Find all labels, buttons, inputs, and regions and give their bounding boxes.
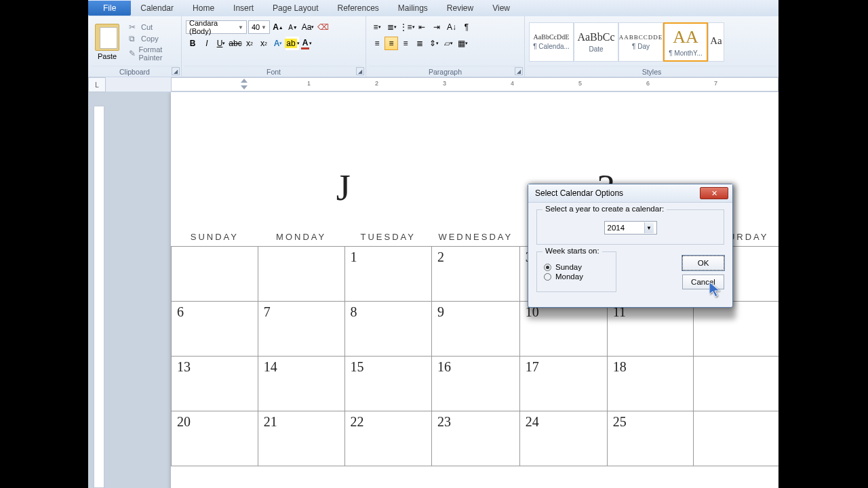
borders-button[interactable]: ▦▾ [456,37,469,50]
vertical-ruler[interactable] [94,106,104,488]
ribbon-tabs: File Calendar Home Insert Page Layout Re… [88,0,778,16]
tab-calendar[interactable]: Calendar [131,1,183,16]
radio-icon [544,264,551,271]
word-window: File Calendar Home Insert Page Layout Re… [88,0,778,488]
close-icon: ✕ [711,189,717,198]
paste-icon [95,24,119,51]
calendar-options-dialog: Select Calendar Options ✕ Select a year … [528,184,733,308]
decrease-indent-button[interactable]: ⇤ [415,20,429,34]
group-font: Candara (Body)▼ 40▼ A▲ A▼ Aa▾ ⌫ B I U▾ a… [182,16,366,77]
show-marks-button[interactable]: ¶ [460,20,473,34]
chevron-down-icon: ▼ [261,24,267,30]
bold-button[interactable]: B [186,37,199,50]
change-case-button[interactable]: Aa▾ [301,20,315,34]
style-gallery: AaBbCcDdE¶ Calenda... AaBbCcDate AABBCCD… [529,22,724,62]
align-center-button[interactable]: ≡ [384,37,398,50]
shading-button[interactable]: ▱▾ [441,37,455,50]
align-right-button[interactable]: ≡ [399,37,412,50]
day-header: TUESDAY [344,228,431,247]
cancel-button[interactable]: Cancel [682,274,724,289]
italic-button[interactable]: I [200,37,214,50]
group-styles: AaBbCcDdE¶ Calenda... AaBbCcDate AABBCCD… [525,16,778,77]
tab-review[interactable]: Review [437,1,483,16]
ok-button[interactable]: OK [682,256,724,270]
grow-font-button[interactable]: A▲ [271,20,285,34]
dialog-title: Select Calendar Options [535,188,623,198]
day-header: MONDAY [258,228,344,247]
horizontal-ruler[interactable]: 1 2 3 4 5 6 7 [171,77,778,92]
group-label: Clipboard [91,66,178,77]
chevron-down-icon: ▼ [644,222,654,233]
week-legend: Week starts on: [542,247,602,255]
day-header: SUNDAY [172,228,258,247]
week-fieldset: Week starts on: Sunday Monday [536,251,616,292]
day-header: WEDNESDAY [431,228,519,247]
style-item-selected[interactable]: AA¶ MonthY... [663,22,708,62]
group-label: Styles [528,66,776,77]
sort-button[interactable]: A↓ [445,20,458,34]
font-name-combo[interactable]: Candara (Body)▼ [186,20,247,34]
font-launcher[interactable]: ◢ [356,67,364,75]
brush-icon [129,49,136,58]
tab-file[interactable]: File [88,1,131,16]
highlight-button[interactable]: ab▾ [285,37,299,50]
tab-insert[interactable]: Insert [224,1,263,16]
tab-page-layout[interactable]: Page Layout [263,1,328,16]
numbering-button[interactable]: ≣▾ [385,20,399,34]
subscript-button[interactable]: x2 [243,37,256,50]
dialog-titlebar[interactable]: Select Calendar Options ✕ [528,184,732,203]
year-legend: Select a year to create a calendar: [542,205,667,213]
text-effects-button[interactable]: A▾ [271,37,285,50]
bullets-button[interactable]: ≡▾ [370,20,384,34]
scissors-icon [129,22,138,32]
tab-home[interactable]: Home [183,1,224,16]
ribbon: Paste Cut Copy Format Painter Clipboard … [88,16,778,77]
copy-button[interactable]: Copy [126,33,178,44]
close-button[interactable]: ✕ [700,187,728,199]
radio-icon [544,273,551,281]
group-label: Paragraph [369,66,521,77]
superscript-button[interactable]: x2 [257,37,271,50]
year-combo[interactable]: 2014 ▼ [604,221,657,235]
style-item[interactable]: AaBbCcDdE¶ Calenda... [529,22,574,62]
tab-view[interactable]: View [483,1,519,16]
chevron-down-icon: ▼ [238,24,243,30]
justify-button[interactable]: ≣ [413,37,427,50]
format-painter-button[interactable]: Format Painter [126,45,178,62]
style-item[interactable]: AaBbCcDate [574,22,618,62]
group-clipboard: Paste Cut Copy Format Painter Clipboard … [88,16,182,77]
radio-sunday[interactable]: Sunday [544,263,609,271]
paragraph-launcher[interactable]: ◢ [515,67,523,75]
align-left-button[interactable]: ≡ [370,37,384,50]
clear-formatting-button[interactable]: ⌫ [316,20,330,34]
clipboard-launcher[interactable]: ◢ [172,67,180,75]
indent-marker[interactable] [241,79,248,89]
font-color-button[interactable]: A▾ [300,37,313,50]
radio-monday[interactable]: Monday [544,272,609,281]
cut-button[interactable]: Cut [126,22,178,33]
copy-icon [129,34,138,43]
group-label: Font [184,66,363,77]
increase-indent-button[interactable]: ⇥ [430,20,443,34]
group-paragraph: ≡▾ ≣▾ ⋮≡▾ ⇤ ⇥ A↓ ¶ ≡ ≡ ≡ ≣ ⇕▾ ▱▾ ▦▾ [366,16,525,77]
multilevel-button[interactable]: ⋮≡▾ [400,20,414,34]
underline-button[interactable]: U▾ [214,37,228,50]
year-fieldset: Select a year to create a calendar: 2014… [536,209,724,245]
style-item[interactable]: AABBCCDDE¶ Day [618,22,663,62]
strikethrough-button[interactable]: abc [229,37,242,50]
tab-references[interactable]: References [328,1,388,16]
style-item[interactable]: Aa [708,22,724,62]
font-size-combo[interactable]: 40▼ [248,20,270,34]
paste-label: Paste [98,52,117,60]
tab-mailings[interactable]: Mailings [389,1,437,16]
ruler-area: L 1 2 3 4 5 6 7 [88,77,778,92]
tab-selector[interactable]: L [88,77,106,92]
shrink-font-button[interactable]: A▼ [286,20,300,34]
line-spacing-button[interactable]: ⇕▾ [427,37,441,50]
paste-button[interactable]: Paste [91,22,123,62]
